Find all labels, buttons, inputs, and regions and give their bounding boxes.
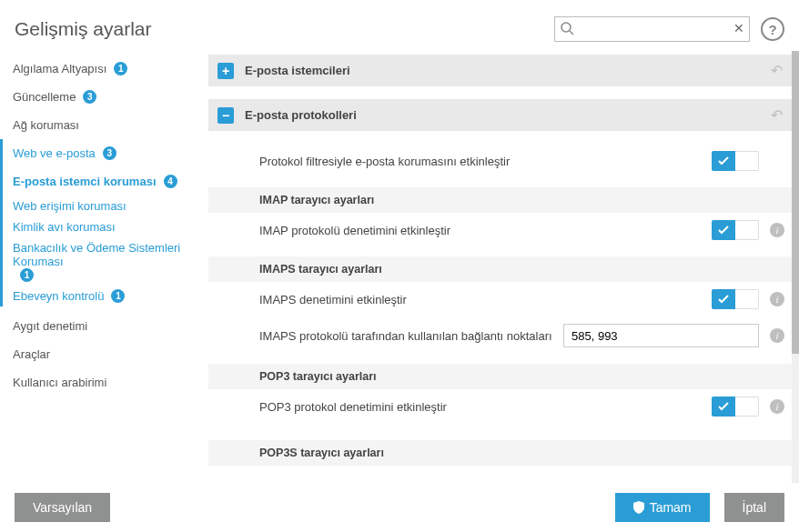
- undo-icon[interactable]: ↶: [771, 62, 783, 79]
- sidebar-item-antiphishing[interactable]: Kimlik avı koruması: [0, 216, 205, 237]
- toggle-imap[interactable]: [712, 220, 759, 240]
- sidebar-item-label: Güncelleme: [13, 90, 76, 104]
- row-protocol-filter: Protokol filtresiyle e-posta korumasını …: [208, 144, 792, 178]
- check-icon: [712, 220, 735, 240]
- sidebar-item-web-email[interactable]: Web ve e-posta 3: [0, 139, 205, 167]
- sidebar-item-network-protection[interactable]: Ağ koruması: [0, 111, 205, 139]
- group-title: E-posta protokolleri: [245, 108, 771, 122]
- sidebar-item-ui[interactable]: Kullanıcı arabirimi: [0, 368, 205, 396]
- group-header-email-protocols[interactable]: − E-posta protokolleri ↶: [208, 99, 792, 131]
- sidebar-item-label: Algılama Altyapısı: [13, 62, 106, 75]
- search-input[interactable]: [554, 16, 750, 42]
- sidebar-item-device-control[interactable]: Aygıt denetimi: [0, 312, 205, 340]
- sidebar-item-label: Kimlik avı koruması: [13, 220, 116, 234]
- sidebar-badge: 1: [114, 62, 127, 75]
- check-icon: [712, 289, 735, 309]
- sidebar-item-label: Kullanıcı arabirimi: [13, 376, 106, 389]
- sidebar-item-update[interactable]: Güncelleme 3: [0, 83, 205, 111]
- ok-button[interactable]: Tamam: [615, 493, 710, 522]
- info-icon[interactable]: i: [770, 328, 784, 343]
- sidebar-badge: 1: [20, 268, 34, 282]
- sidebar-item-parental-control[interactable]: Ebeveyn kontrolü 1: [0, 286, 205, 306]
- sidebar-item-label: E-posta istemci koruması: [13, 175, 157, 188]
- sidebar-badge: 1: [111, 289, 125, 303]
- clear-search-icon[interactable]: ✕: [733, 21, 744, 35]
- group-title: E-posta istemcileri: [245, 64, 771, 77]
- row-imaps-check: IMAPS denetimini etkinleştir i: [208, 282, 792, 316]
- ok-label: Tamam: [650, 500, 692, 515]
- toggle-pop3[interactable]: [712, 396, 759, 417]
- collapse-icon[interactable]: −: [217, 107, 234, 124]
- row-label: IMAPS protokolü tarafından kullanılan ba…: [259, 329, 563, 343]
- scrollbar-thumb[interactable]: [792, 51, 799, 354]
- sidebar: Algılama Altyapısı 1 Güncelleme 3 Ağ kor…: [0, 49, 205, 481]
- search-icon: [560, 21, 574, 35]
- shield-icon: [633, 501, 644, 514]
- row-label: IMAPS denetimini etkinleştir: [259, 293, 712, 306]
- sidebar-badge: 3: [103, 146, 116, 160]
- row-label: IMAP protokolü denetimini etkinleştir: [259, 224, 712, 237]
- section-imap: IMAP tarayıcı ayarları: [208, 187, 792, 213]
- sidebar-item-label: Web erişimi koruması: [13, 199, 126, 213]
- group-header-email-clients[interactable]: + E-posta istemcileri ↶: [208, 55, 792, 86]
- footer: Varsayılan Tamam İptal: [0, 483, 799, 532]
- undo-icon[interactable]: ↶: [771, 106, 783, 124]
- section-pop3s: POP3S tarayıcı ayarları: [208, 440, 792, 466]
- check-icon: [712, 396, 735, 417]
- sidebar-item-label: Ebeveyn kontrolü: [13, 289, 104, 303]
- search-container: ✕: [554, 16, 750, 42]
- imaps-ports-input[interactable]: [563, 324, 759, 347]
- sidebar-item-web-access-protection[interactable]: Web erişimi koruması: [0, 196, 205, 216]
- svg-point-0: [561, 23, 571, 32]
- expand-icon[interactable]: +: [217, 63, 234, 79]
- sidebar-badge: 3: [83, 90, 96, 104]
- row-label: POP3 protokol denetimini etkinleştir: [259, 400, 712, 414]
- cancel-button[interactable]: İptal: [724, 493, 784, 522]
- sidebar-item-label: Web ve e-posta: [13, 146, 96, 160]
- row-pop3-check: POP3 protokol denetimini etkinleştir i: [208, 389, 792, 424]
- row-label: Protokol filtresiyle e-posta korumasını …: [259, 155, 712, 168]
- sidebar-badge: 4: [164, 175, 177, 188]
- sidebar-item-label: Aygıt denetimi: [13, 319, 87, 333]
- svg-line-1: [570, 31, 573, 35]
- row-imaps-ports: IMAPS protokolü tarafından kullanılan ba…: [208, 316, 792, 355]
- section-imaps: IMAPS tarayıcı ayarları: [208, 256, 792, 282]
- sidebar-item-label: Ağ koruması: [13, 118, 79, 132]
- sidebar-item-tools[interactable]: Araçlar: [0, 340, 205, 368]
- row-imap-check: IMAP protokolü denetimini etkinleştir i: [208, 213, 792, 247]
- info-icon[interactable]: i: [770, 223, 784, 237]
- sidebar-item-email-client-protection[interactable]: E-posta istemci koruması 4: [0, 167, 205, 196]
- page-title: Gelişmiş ayarlar: [15, 18, 543, 40]
- toggle-imaps[interactable]: [712, 289, 759, 309]
- sidebar-item-label: Bankacılık ve Ödeme Sistemleri Koruması: [13, 241, 194, 268]
- sidebar-item-detection-engine[interactable]: Algılama Altyapısı 1: [0, 55, 205, 83]
- content-pane: + E-posta istemcileri ↶ − E-posta protok…: [205, 49, 799, 481]
- info-icon[interactable]: i: [770, 399, 784, 414]
- help-button[interactable]: ?: [761, 17, 784, 41]
- toggle-protocol-filter[interactable]: [712, 151, 759, 171]
- info-icon[interactable]: i: [770, 292, 784, 306]
- scrollbar[interactable]: [792, 51, 799, 483]
- sidebar-item-label: Araçlar: [13, 347, 50, 361]
- default-button[interactable]: Varsayılan: [15, 493, 110, 522]
- sidebar-item-banking-protection[interactable]: Bankacılık ve Ödeme Sistemleri Koruması …: [0, 237, 205, 286]
- check-icon: [712, 151, 735, 171]
- section-pop3: POP3 tarayıcı ayarları: [208, 364, 792, 389]
